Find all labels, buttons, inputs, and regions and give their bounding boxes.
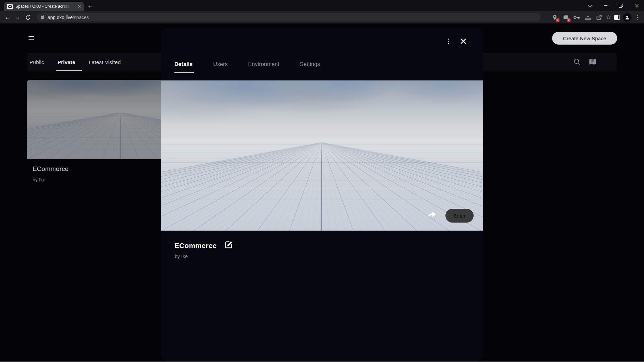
side-panel-icon[interactable]: [614, 15, 620, 20]
modal-tab-settings[interactable]: Settings: [300, 61, 320, 67]
hamburger-menu-icon[interactable]: [29, 36, 35, 41]
window-close-button[interactable]: ✕: [631, 0, 643, 11]
back-button[interactable]: ←: [3, 14, 13, 21]
search-icon[interactable]: [573, 58, 581, 67]
page-url: app.oko.live/spaces: [48, 15, 89, 20]
enter-space-button[interactable]: Enter: [445, 209, 474, 223]
browser-window: Spaces / OKO - Create across rea ✕ + ✕ ←…: [0, 0, 644, 362]
new-tab-button[interactable]: +: [88, 2, 92, 10]
extension-pin-icon[interactable]: x: [551, 13, 559, 21]
modal-tab-details[interactable]: Details: [174, 61, 193, 67]
edit-title-icon[interactable]: [224, 240, 233, 251]
map-icon[interactable]: [588, 57, 597, 67]
browser-toolbar: ← → app.oko.live/spaces x x: [0, 11, 644, 23]
window-minimize-button[interactable]: [600, 0, 610, 11]
password-key-icon[interactable]: [573, 13, 581, 21]
extension-error-badge: x: [567, 18, 571, 22]
browser-titlebar: Spaces / OKO - Create across rea ✕ + ✕: [0, 0, 644, 11]
extension-card-icon[interactable]: x: [562, 13, 570, 21]
bookmark-star-icon[interactable]: ☆: [606, 14, 611, 21]
tab-private[interactable]: Private: [57, 59, 75, 65]
modal-tab-environment[interactable]: Environment: [248, 61, 279, 67]
active-tab-underline: [56, 70, 82, 71]
spaces-page: Create New Space Public Private Latest V…: [0, 23, 644, 362]
lock-icon: [41, 16, 44, 19]
space-preview-image: [161, 80, 483, 231]
window-restore-button[interactable]: [616, 0, 626, 11]
address-bar[interactable]: app.oko.live/spaces: [37, 13, 541, 21]
browser-menu-kebab-icon[interactable]: ⋮: [635, 15, 640, 20]
tab-public[interactable]: Public: [30, 59, 44, 65]
browser-tab-title: Spaces / OKO - Create across rea: [15, 4, 72, 9]
browser-tab[interactable]: Spaces / OKO - Create across rea ✕: [4, 2, 84, 11]
modal-tab-users[interactable]: Users: [213, 61, 228, 67]
bottom-scrollbar[interactable]: [0, 361, 644, 362]
modal-active-tab-underline: [174, 72, 194, 73]
tab-close-icon[interactable]: ✕: [77, 4, 81, 9]
site-favicon-icon: [7, 4, 13, 9]
tab-search-chevron-icon[interactable]: [585, 0, 595, 11]
reload-button[interactable]: [23, 14, 33, 21]
modal-kebab-icon[interactable]: ⋮: [445, 38, 452, 45]
modal-close-icon[interactable]: ✕: [460, 37, 467, 46]
extension-error-badge: x: [556, 18, 559, 22]
tab-latest-visited[interactable]: Latest Visited: [89, 59, 121, 65]
reload-icon: [25, 15, 31, 20]
modal-space-author: by Ike: [175, 254, 188, 259]
space-details-modal: ⋮ ✕ Details Users Environment Settings E…: [161, 28, 483, 361]
profile-avatar[interactable]: [623, 13, 632, 22]
modal-space-title: ECommerce: [174, 242, 217, 250]
install-download-icon[interactable]: [584, 13, 592, 21]
share-icon[interactable]: [595, 13, 603, 21]
share-arrow-icon[interactable]: [427, 210, 437, 219]
create-new-space-button[interactable]: Create New Space: [552, 32, 617, 45]
forward-button[interactable]: →: [13, 14, 23, 21]
